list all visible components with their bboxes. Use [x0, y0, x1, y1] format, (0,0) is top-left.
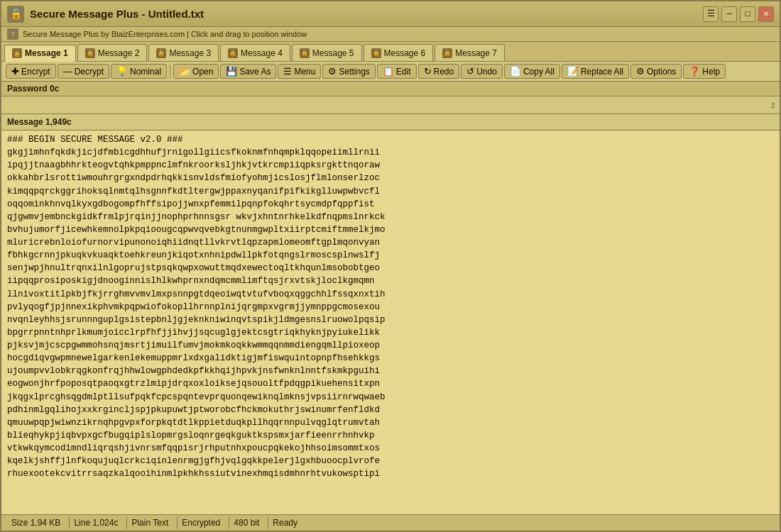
menu-icon: ☰: [283, 66, 292, 77]
menu-icon-button[interactable]: ☰: [703, 6, 719, 22]
redo-button[interactable]: ↻ Redo: [418, 64, 460, 79]
save-as-label: Save As: [239, 67, 271, 77]
save-as-button[interactable]: 💾 Save As: [220, 64, 276, 79]
window-controls: ☰ — □ ✕: [703, 6, 774, 22]
open-icon: 📂: [179, 66, 190, 77]
decrypt-icon: —: [63, 66, 72, 77]
tab-message-5[interactable]: 🔒 Message 5: [292, 44, 362, 61]
menu-label: Menu: [294, 67, 315, 77]
message-header: Message 1,949c: [1, 114, 780, 131]
scroll-icon: ⇕: [770, 98, 777, 112]
toolbar: ✚ Encrypt — Decrypt 💡 Nominal 📂 Open 💾 S…: [1, 62, 780, 82]
save-icon: 💾: [226, 66, 237, 77]
message-header-label: Message 1,949c: [7, 117, 72, 127]
subtitle-icon: ?: [7, 28, 18, 40]
status-size: Size 1.94 KB: [7, 517, 70, 528]
edit-icon: 📋: [383, 66, 394, 77]
close-button[interactable]: ✕: [758, 6, 774, 22]
password-label: Password 0c: [7, 84, 59, 94]
tab-6-label: Message 6: [384, 48, 426, 58]
open-button[interactable]: 📂 Open: [173, 64, 219, 79]
tab-2-label: Message 2: [98, 48, 140, 58]
replace-icon: 📝: [567, 66, 579, 77]
settings-icon: ⚙: [328, 66, 337, 77]
copy-all-label: Copy All: [523, 67, 555, 77]
scroll-icon-bar: ⇕: [1, 96, 780, 114]
undo-label: Undo: [476, 67, 497, 77]
status-ready: Ready: [268, 517, 306, 528]
menu-button[interactable]: ☰ Menu: [278, 64, 321, 79]
open-label: Open: [192, 67, 213, 77]
tab-6-icon: 🔒: [371, 48, 381, 58]
content-area[interactable]: ### BEGIN SECURE MESSAGE v2.0 ### gkgjim…: [1, 131, 780, 514]
replace-all-button[interactable]: 📝 Replace All: [562, 64, 629, 79]
tab-3-label: Message 3: [169, 48, 211, 58]
edit-label: Edit: [396, 67, 411, 77]
app-icon: 🔒: [7, 6, 24, 23]
tab-4-icon: 🔒: [228, 48, 238, 58]
title-bar-left: 🔒 Secure Message Plus - Untitled.txt: [7, 6, 204, 23]
status-bar: Size 1.94 KB Line 1,024c Plain Text Encr…: [1, 514, 780, 531]
decrypt-button[interactable]: — Decrypt: [58, 64, 109, 79]
redo-icon: ↻: [424, 66, 432, 77]
title-bar: 🔒 Secure Message Plus - Untitled.txt ☰ —…: [1, 1, 780, 27]
options-label: Options: [647, 67, 676, 77]
settings-button[interactable]: ⚙ Settings: [322, 64, 375, 79]
subtitle-bar: ? Secure Message Plus by BlaizEnterprise…: [1, 27, 780, 42]
status-bit: 480 bit: [229, 517, 268, 528]
minimize-button[interactable]: —: [721, 6, 737, 22]
help-button[interactable]: ❓ Help: [683, 64, 726, 79]
tab-4-label: Message 4: [241, 48, 283, 58]
options-button[interactable]: ⚙ Options: [630, 64, 682, 79]
main-window: 🔒 Secure Message Plus - Untitled.txt ☰ —…: [0, 0, 781, 532]
decrypt-label: Decrypt: [75, 67, 104, 77]
tab-message-4[interactable]: 🔒 Message 4: [220, 44, 290, 61]
tab-message-2[interactable]: 🔒 Message 2: [77, 44, 148, 61]
settings-label: Settings: [339, 67, 369, 77]
tab-3-icon: 🔒: [156, 48, 166, 58]
copy-icon: 📄: [510, 66, 521, 77]
nominal-icon: 💡: [116, 66, 128, 77]
nominal-button[interactable]: 💡 Nominal: [111, 64, 167, 79]
nominal-label: Nominal: [130, 67, 161, 77]
tab-1-label: Message 1: [25, 48, 68, 58]
status-line: Line 1,024c: [70, 517, 127, 528]
separator-1: [170, 65, 170, 79]
options-icon: ⚙: [636, 66, 645, 77]
tab-message-7[interactable]: 🔒 Message 7: [435, 44, 505, 61]
redo-label: Redo: [434, 67, 454, 77]
tab-message-3[interactable]: 🔒 Message 3: [148, 44, 219, 61]
window-title: Secure Message Plus - Untitled.txt: [30, 8, 204, 20]
tab-5-label: Message 5: [312, 48, 354, 58]
edit-button[interactable]: 📋 Edit: [377, 64, 417, 79]
content-wrapper: ### BEGIN SECURE MESSAGE v2.0 ### gkgjim…: [1, 131, 780, 514]
tabs-bar: 🔒 Message 1 🔒 Message 2 🔒 Message 3 🔒 Me…: [1, 42, 780, 62]
tab-5-icon: 🔒: [300, 48, 310, 58]
encrypt-label: Encrypt: [21, 67, 50, 77]
tab-message-6[interactable]: 🔒 Message 6: [364, 44, 434, 61]
status-encrypted: Encrypted: [178, 517, 229, 528]
help-icon: ❓: [689, 66, 700, 77]
status-plain-text: Plain Text: [127, 517, 178, 528]
undo-icon: ↺: [466, 66, 474, 77]
tab-1-icon: 🔒: [12, 48, 22, 58]
maximize-button[interactable]: □: [740, 6, 755, 22]
tab-7-icon: 🔒: [442, 48, 452, 58]
encrypt-icon: ✚: [11, 66, 19, 77]
replace-all-label: Replace All: [581, 67, 623, 77]
help-label: Help: [702, 67, 720, 77]
subtitle-text: Secure Message Plus by BlaizEnterprises.…: [23, 30, 307, 38]
tab-7-label: Message 7: [455, 48, 497, 58]
undo-button[interactable]: ↺ Undo: [461, 64, 503, 79]
encrypt-button[interactable]: ✚ Encrypt: [6, 64, 56, 79]
tab-2-icon: 🔒: [85, 48, 95, 58]
password-bar: Password 0c: [1, 82, 780, 96]
copy-all-button[interactable]: 📄 Copy All: [504, 64, 560, 79]
tab-message-1[interactable]: 🔒 Message 1: [4, 45, 76, 62]
